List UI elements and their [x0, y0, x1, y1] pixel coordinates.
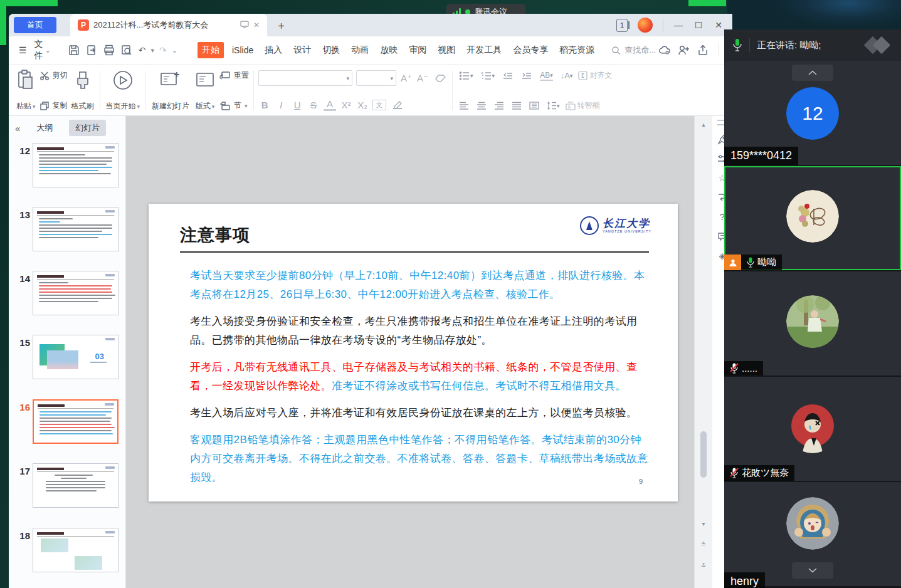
- document-tab[interactable]: P 202112计科...考试考前教育大会 ✕: [70, 14, 267, 36]
- redo-icon[interactable]: ↷: [159, 44, 167, 56]
- menu-tab-devtools[interactable]: 开发工具: [466, 45, 502, 56]
- font-size-select[interactable]: ▾: [356, 70, 396, 86]
- print-icon[interactable]: [103, 44, 115, 56]
- scroll-down-icon[interactable]: ▾: [695, 520, 712, 527]
- expand-tiles-button[interactable]: [792, 562, 833, 579]
- slide-canvas[interactable]: 注意事项 长江大学 YANGTZE UNIVERSITY 考试当天要求至少提前8…: [126, 116, 694, 588]
- layout-button[interactable]: 版式▾: [192, 68, 218, 113]
- previous-slide-icon[interactable]: ≙: [695, 541, 712, 548]
- quickbar-more-icon[interactable]: ⌄: [172, 46, 177, 55]
- italic-button[interactable]: I: [275, 100, 287, 110]
- close-button[interactable]: ✕: [714, 20, 724, 30]
- collapse-panel-icon[interactable]: «: [15, 123, 20, 134]
- meeting-watermark-icon: [865, 36, 893, 54]
- hamburger-icon[interactable]: ☰: [19, 45, 27, 55]
- justify-button[interactable]: [512, 102, 522, 110]
- participant-tiles: 12 159****0412 呦呦: [724, 61, 901, 588]
- participant-tile-active[interactable]: 呦呦: [724, 166, 901, 270]
- undo-icon[interactable]: ↶: [139, 44, 146, 56]
- font-name-select[interactable]: ▾: [258, 70, 352, 86]
- format-painter-button[interactable]: 格式刷: [69, 68, 97, 113]
- text-direction-button[interactable]: ↓A▾: [561, 71, 573, 80]
- increase-indent-button[interactable]: [521, 71, 532, 80]
- vertical-scrollbar[interactable]: ▴ ▾ ≙ ≚: [694, 116, 712, 588]
- host-badge-icon: [724, 255, 741, 270]
- menu-tab-transition[interactable]: 切换: [322, 45, 340, 56]
- menu-tab-islide[interactable]: iSlide: [232, 45, 253, 55]
- home-tab[interactable]: 首页: [14, 17, 56, 33]
- align-left-button[interactable]: [459, 102, 469, 110]
- underline-button[interactable]: U: [291, 100, 303, 110]
- scrollbar-thumb[interactable]: [700, 431, 707, 478]
- file-dropdown-icon[interactable]: ⌄: [45, 46, 51, 55]
- bold-button[interactable]: B: [258, 100, 271, 110]
- menu-tab-insert[interactable]: 插入: [265, 45, 282, 56]
- highlight-button[interactable]: [392, 100, 403, 109]
- char-spacing-button[interactable]: AB▾: [540, 71, 553, 81]
- account-avatar[interactable]: [638, 18, 653, 33]
- undo-dropdown-icon[interactable]: ▾: [151, 46, 155, 55]
- menu-tab-home[interactable]: 开始: [198, 42, 224, 58]
- maximize-button[interactable]: ☐: [693, 20, 703, 30]
- title-rule: [180, 251, 649, 253]
- copy-button[interactable]: 复制: [40, 100, 68, 111]
- scroll-up-icon[interactable]: ▴: [695, 121, 712, 128]
- collapse-tiles-button[interactable]: [792, 65, 833, 81]
- grow-font-button[interactable]: A⁺: [400, 73, 413, 84]
- cut-button[interactable]: 剪切: [40, 70, 68, 81]
- cloud-sync-icon[interactable]: [659, 44, 672, 56]
- minimize-button[interactable]: —: [673, 20, 683, 30]
- file-menu[interactable]: 文件: [34, 39, 43, 61]
- search-command[interactable]: 查找命...: [611, 45, 656, 56]
- screenshare-monitor-icon[interactable]: [240, 21, 249, 30]
- line-spacing-button[interactable]: ▾: [547, 102, 560, 110]
- align-text-button[interactable]: 对齐文: [578, 70, 612, 81]
- subscript-button[interactable]: X₂: [356, 100, 369, 110]
- participant-name-label: ......: [724, 361, 763, 375]
- reset-button[interactable]: 重置: [219, 70, 249, 81]
- align-right-button[interactable]: [494, 102, 504, 110]
- participant-tile[interactable]: 花敗ツ無奈: [724, 377, 901, 481]
- to-smartart-button[interactable]: 转智能: [566, 100, 600, 111]
- slide-title: 注意事项: [180, 224, 250, 246]
- participant-tile[interactable]: ......: [724, 271, 901, 375]
- menu-tab-animation[interactable]: 动画: [351, 45, 369, 56]
- phonetic-guide-button[interactable]: 文: [372, 100, 386, 110]
- decrease-indent-button[interactable]: [502, 71, 514, 80]
- tab-close-icon[interactable]: ✕: [253, 21, 260, 29]
- participant-tile[interactable]: 12 159****0412: [724, 61, 901, 165]
- menu-tab-view[interactable]: 视图: [438, 45, 455, 56]
- bullets-button[interactable]: ▾: [459, 71, 473, 80]
- tab-outline[interactable]: 大纲: [30, 120, 59, 136]
- share-user-icon[interactable]: [678, 44, 690, 56]
- save-icon[interactable]: [68, 44, 80, 56]
- menu-tab-docer[interactable]: 稻壳资源: [559, 45, 594, 56]
- doc-count-indicator[interactable]: 1: [616, 19, 628, 32]
- slide-page-number: 9: [639, 478, 643, 485]
- paste-button[interactable]: 粘贴▾: [14, 68, 38, 113]
- play-from-current-button[interactable]: 当页开始▾: [103, 68, 143, 113]
- new-slide-button[interactable]: 新建幻灯片: [149, 68, 192, 113]
- new-tab-button[interactable]: ＋: [276, 18, 287, 33]
- avatar: 12: [786, 87, 839, 140]
- distribute-button[interactable]: [529, 102, 539, 110]
- print-preview-icon[interactable]: [121, 44, 132, 56]
- strikethrough-button[interactable]: S: [307, 100, 320, 110]
- participant-tile[interactable]: henry: [724, 482, 901, 586]
- menu-tab-design[interactable]: 设计: [293, 45, 311, 56]
- shrink-font-button[interactable]: A⁻: [416, 73, 429, 84]
- export-icon[interactable]: [86, 44, 97, 56]
- section-button[interactable]: 节▾: [219, 100, 249, 111]
- next-slide-icon[interactable]: ≚: [695, 562, 712, 569]
- tab-slides[interactable]: 幻灯片: [69, 120, 106, 136]
- numbering-button[interactable]: ▾: [481, 71, 495, 80]
- clear-format-icon[interactable]: [435, 74, 446, 83]
- menu-tab-slideshow[interactable]: 放映: [380, 45, 398, 56]
- share-icon[interactable]: [697, 44, 709, 56]
- menu-tab-review[interactable]: 审阅: [409, 45, 426, 56]
- align-center-button[interactable]: [477, 102, 487, 110]
- menu-tab-member[interactable]: 会员专享: [513, 45, 548, 56]
- font-color-button[interactable]: A: [324, 98, 336, 111]
- slide[interactable]: 注意事项 长江大学 YANGTZE UNIVERSITY 考试当天要求至少提前8…: [149, 204, 678, 501]
- superscript-button[interactable]: X²: [340, 100, 352, 110]
